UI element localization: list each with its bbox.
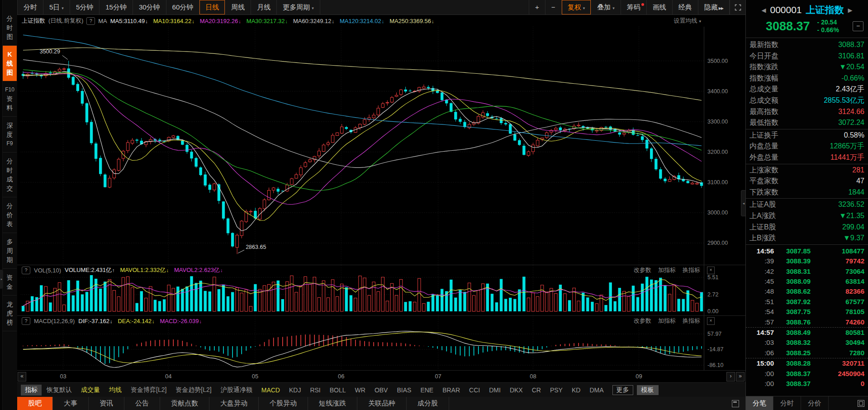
bottomnav-item-1[interactable]: 大事 [53,397,89,410]
scroll-right-button[interactable]: › [726,372,735,381]
indicator-item-11[interactable]: WR [351,385,370,395]
indicator-item-15[interactable]: BRAR [438,385,464,395]
sidebar-item-6[interactable]: 多周期 [3,233,17,269]
fullscreen-icon [735,4,741,11]
bottomnav-item-9[interactable]: 成分股 [407,397,449,410]
indicator-item-19[interactable]: CR [528,385,545,395]
bottomnav-item-7[interactable]: 短线涨跌 [308,397,357,410]
tool-button-6[interactable]: 经典 [673,0,698,14]
period-tab-1[interactable]: 5日▾ [43,0,70,14]
sidebar-item-0[interactable]: 分时图 [3,10,17,46]
panel-grip-icon[interactable] [858,400,864,407]
indicator-item-7[interactable]: MACD [257,385,284,395]
next-stock-icon[interactable]: ▶ [848,7,853,14]
minimize-button[interactable]: − [853,21,863,31]
period-tab-0[interactable]: 分时 [17,0,43,14]
indicator-item-6[interactable]: 沪股通净额 [217,385,256,396]
quote-field-row: 总成交量2.43亿手 [746,84,868,95]
macd-pane[interactable]: ? MACD(12,26,9) DIF:-37.162↓DEA:-24.142↓… [17,315,745,371]
help-icon[interactable]: ? [22,267,30,274]
help-icon[interactable]: ? [22,317,30,325]
bottomnav-item-6[interactable]: 个股异动 [259,397,308,410]
prev-stock-icon[interactable]: ◀ [761,7,766,14]
bottomnav-item-8[interactable]: 关联品种 [357,397,407,410]
period-tab-3[interactable]: 15分钟 [100,0,133,14]
sidebar-collapse-handle[interactable]: ▸ [0,270,3,289]
period-tab-5[interactable]: 60分钟 [166,0,200,14]
period-tab-6[interactable]: 日线 [199,0,225,14]
indicator-item-21[interactable]: KD [568,385,584,395]
indicator-item-3[interactable]: 均线 [105,385,126,396]
period-tab-9[interactable]: 更多周期▾ [277,0,320,14]
pane-link-2[interactable]: 换指标 [683,317,700,325]
indicator-item-5[interactable]: 资金趋势[L2] [171,385,215,396]
quote-field-label: 指数涨跌 [749,62,778,73]
close-icon[interactable]: × [707,267,715,274]
quote-tab-0[interactable]: 分笔 [746,396,773,410]
pane-link-1[interactable]: 加指标 [658,317,676,325]
sidebar-item-1[interactable]: K线图 [3,46,17,81]
quote-tab-1[interactable]: 分时 [773,396,801,410]
quote-tab-2[interactable]: 分价 [801,396,829,410]
indicator-item-8[interactable]: KDJ [285,385,305,395]
layout-icon[interactable] [732,400,739,407]
indicator-item-1[interactable]: 恢复默认 [43,385,76,396]
stock-name: 上证指数 [806,4,844,16]
sidebar-item-8[interactable]: 龙虎榜 [3,296,17,331]
kline-chart[interactable]: 3500.003400.003300.003200.003100.003000.… [17,27,745,265]
tool-button-2[interactable]: 复权▾ [562,0,592,14]
pane-link-0[interactable]: 改参数 [634,266,651,274]
tool-button-3[interactable]: 叠加▾ [591,0,621,14]
indicator-item-0[interactable]: 指标 [21,385,42,396]
tool-button-5[interactable]: 画线 [647,0,673,14]
close-icon[interactable]: × [707,317,715,325]
scroll-end-button[interactable]: » [736,372,745,381]
sidebar-item-4[interactable]: 分时成交 [3,153,17,197]
tick-list[interactable]: 14:563087.85108477:393088.3979742:423088… [746,245,868,389]
indicator-item-4[interactable]: 资金博弈[L2] [127,385,171,396]
indicator-item-12[interactable]: OBV [370,385,392,395]
macd-pane-header: ? MACD(12,26,9) DIF:-37.162↓DEA:-24.142↓… [22,316,202,326]
tool-button-7[interactable]: 隐藏▶▶ [698,0,730,14]
indicator-item-2[interactable]: 成交量 [77,385,104,396]
bottomnav-item-0[interactable]: 股吧 [17,397,53,410]
pane-link-2[interactable]: 换指标 [683,266,700,274]
tool-button-4[interactable]: 筹码 [621,0,647,14]
volume-pane[interactable]: ? VOL(5,10) VOLUME:2.431亿↑MAVOL1:2.332亿↓… [17,265,745,316]
bottomnav-item-2[interactable]: 资讯 [89,397,124,410]
indicator-item-23[interactable]: 更多 [612,385,633,395]
tool-button-label: − [551,3,555,11]
tool-button-1[interactable]: − [545,0,562,14]
ma-settings-link[interactable]: 设置均线▾ [674,17,701,25]
indicator-item-16[interactable]: CCI [465,385,484,395]
period-tab-4[interactable]: 30分钟 [133,0,166,14]
period-tab-7[interactable]: 周线 [225,0,251,14]
bottomnav-item-4[interactable]: 贡献点数 [160,397,209,410]
indicator-item-18[interactable]: DKX [506,385,527,395]
period-tab-2[interactable]: 5分钟 [70,0,100,14]
bottomnav-item-5[interactable]: 大盘异动 [209,397,259,410]
indicator-item-24[interactable]: 模板 [637,385,659,395]
fullscreen-button[interactable] [730,0,745,14]
tool-button-0[interactable]: + [529,0,545,14]
divider [746,198,868,199]
sidebar-item-3[interactable]: 深度F9 [3,117,17,153]
indicator-item-17[interactable]: DMI [485,385,505,395]
help-icon[interactable]: ? [86,17,95,25]
sidebar-item-5[interactable]: 分价表 [3,197,17,233]
indicator-item-13[interactable]: BIAS [393,385,415,395]
period-tab-8[interactable]: 月线 [251,0,277,14]
indicator-item-20[interactable]: PSY [546,385,567,395]
pane-link-0[interactable]: 改参数 [634,317,651,325]
indicator-item-9[interactable]: RSI [306,385,324,395]
indicator-item-22[interactable]: DMA [585,385,607,395]
sidebar-item-7[interactable]: 资金 [3,269,17,296]
scroll-left-button[interactable]: « [18,372,26,381]
tick-time: :45 [749,277,776,286]
sidebar-item-2[interactable]: F10资料 [3,81,17,117]
bottomnav-item-3[interactable]: 公告 [124,397,160,410]
tick-row: :063088.257280 [746,348,868,358]
indicator-item-10[interactable]: BOLL [326,385,350,395]
indicator-item-14[interactable]: ENE [416,385,437,395]
pane-link-1[interactable]: 加指标 [658,266,676,274]
